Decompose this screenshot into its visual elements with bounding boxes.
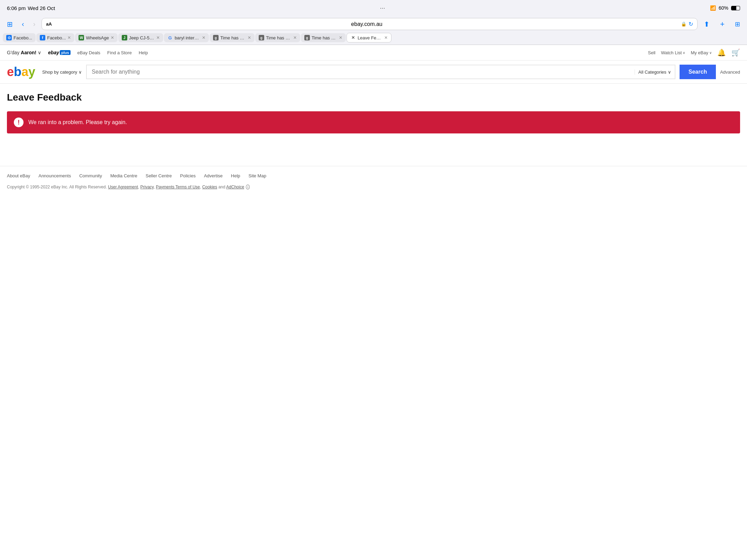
ebay-logo: ebay [7,66,35,78]
lock-icon: 🔒 [681,21,686,27]
tab-label: Facebo... [13,35,32,40]
battery-indicator [731,6,740,10]
cookies-link[interactable]: Cookies [202,185,217,189]
footer-link-help[interactable]: Help [231,173,240,178]
category-label: All Categories [638,69,666,75]
wifi-icon: 📶 [710,5,716,11]
address-bar[interactable]: aA ebay.com.au 🔒 ↻ [42,18,698,30]
tab-time3[interactable]: g Time has off... ✕ [301,33,346,42]
sidebar-toggle-button[interactable]: ⊞ [4,19,16,30]
tab-wheelsage[interactable]: W WheelsAge ✕ [75,33,117,42]
tab-label: Time has off... [312,35,337,40]
footer-link-seller[interactable]: Seller Centre [146,173,172,178]
tab-jeep[interactable]: J Jeep CJ-5 R... ✕ [118,33,163,42]
tab-time2[interactable]: g Time has off... ✕ [255,33,300,42]
tab-favicon: ✕ [350,35,356,40]
tab-close-icon[interactable]: ✕ [384,35,388,40]
help-link[interactable]: Help [139,50,148,55]
tab-facebook[interactable]: f Facebo... ✕ [36,33,74,42]
tab-close-icon[interactable]: ✕ [111,35,114,40]
font-size-control[interactable]: aA [46,21,52,27]
tab-leave-feedback[interactable]: ✕ Leave Feedb... ✕ [347,33,391,43]
status-bar-left: 6:06 pm Wed 26 Oct [7,5,55,11]
search-input[interactable] [87,65,635,78]
ebay-topnav: G'day Aaron! ∨ ebayplus eBay Deals Find … [0,45,747,60]
logo-e: e [7,65,14,79]
browser-chrome: ⊞ ‹ › aA ebay.com.au 🔒 ↻ ⬆ + ⊞ ⊙ Facebo.… [0,15,747,45]
footer-link-sitemap[interactable]: Site Map [249,173,266,178]
topnav-left: G'day Aaron! ∨ ebayplus eBay Deals Find … [7,50,148,55]
footer-link-advertise[interactable]: Advertise [204,173,223,178]
adchoice-info-icon: i [246,185,249,189]
error-message: We ran into a problem. Please try again. [28,119,127,125]
shop-by-category-label: Shop by category [42,69,77,75]
page-title: Leave Feedback [7,92,740,103]
error-banner: ! We ran into a problem. Please try agai… [7,111,740,133]
tab-close-icon[interactable]: ✕ [67,35,71,40]
my-ebay-button[interactable]: My eBay ∨ [691,50,712,55]
status-bar: 6:06 pm Wed 26 Oct ··· 📶 60% [0,0,747,15]
username: Aaron! [21,50,36,55]
footer-link-media[interactable]: Media Centre [110,173,137,178]
error-icon: ! [14,118,24,127]
sell-link[interactable]: Sell [648,50,656,55]
advanced-search-link[interactable]: Advanced [720,69,740,75]
tab-favicon: g [304,35,310,40]
reload-button[interactable]: ↻ [689,21,693,27]
payments-terms-link[interactable]: Payments Terms of Use [156,185,200,189]
footer-links: About eBay Announcements Community Media… [7,173,740,178]
tab-label: Facebo... [47,35,66,40]
tab-label: Time has off... [266,35,292,40]
tab-close-icon[interactable]: ✕ [248,35,251,40]
search-input-wrapper: All Categories ∨ [86,65,675,79]
footer-link-policies[interactable]: Policies [180,173,196,178]
topnav-right: Sell Watch List ∨ My eBay ∨ 🔔 🛒 [648,48,740,57]
shop-by-category-button[interactable]: Shop by category ∨ [42,69,82,75]
chevron-down-icon: ∨ [668,69,671,75]
chevron-down-icon: ∨ [683,51,685,55]
notifications-bell-icon[interactable]: 🔔 [717,48,726,57]
ebay-deals-link[interactable]: eBay Deals [77,50,100,55]
url-display[interactable]: ebay.com.au [55,21,679,27]
user-agreement-link[interactable]: User Agreement [108,185,138,189]
tab-close-icon[interactable]: ✕ [156,35,160,40]
footer-link-announcements[interactable]: Announcements [38,173,71,178]
new-tab-button[interactable]: + [717,18,727,30]
ebay-searchbar: ebay Shop by category ∨ All Categories ∨… [0,60,747,84]
watch-list-button[interactable]: Watch List ∨ [661,50,685,55]
tab-close-icon[interactable]: ✕ [339,35,342,40]
footer-link-community[interactable]: Community [79,173,102,178]
category-select[interactable]: All Categories ∨ [635,69,675,75]
adchoice-link[interactable]: AdChoice [226,185,244,189]
ebay-page: G'day Aaron! ∨ ebayplus eBay Deals Find … [0,45,747,321]
find-store-link[interactable]: Find a Store [107,50,132,55]
tab-safari-reader[interactable]: ⊙ Facebo... [3,33,36,42]
tab-favicon: g [259,35,264,40]
tabs-overview-button[interactable]: ⊞ [732,18,743,30]
footer-link-about[interactable]: About eBay [7,173,30,178]
tab-label: WheelsAge [86,35,109,40]
tabs-bar: ⊙ Facebo... f Facebo... ✕ W WheelsAge ✕ … [0,33,747,45]
status-bar-center: ··· [380,4,385,12]
date: Wed 26 Oct [28,5,55,11]
tab-time1[interactable]: g Time has off... ✕ [210,33,255,42]
watch-list-label: Watch List [661,50,682,55]
search-button[interactable]: Search [680,65,716,79]
my-ebay-label: My eBay [691,50,708,55]
forward-button[interactable]: › [30,19,38,29]
ebay-plus: ebayplus [48,50,71,55]
ebay-footer: About eBay Announcements Community Media… [0,166,747,194]
privacy-link[interactable]: Privacy [140,185,154,189]
cart-icon[interactable]: 🛒 [731,48,740,57]
share-button[interactable]: ⬆ [701,18,712,30]
tab-favicon: ⊙ [6,35,12,40]
tab-favicon: G [167,35,173,40]
tab-close-icon[interactable]: ✕ [202,35,205,40]
back-button[interactable]: ‹ [19,19,27,29]
tab-baryl[interactable]: G baryl interst... ✕ [164,33,209,42]
tab-label: baryl interst... [175,35,200,40]
plus-badge: plus [60,50,71,55]
battery-percent: 60% [719,5,728,11]
tab-close-icon[interactable]: ✕ [293,35,297,40]
greeting: G'day Aaron! ∨ [7,50,41,55]
